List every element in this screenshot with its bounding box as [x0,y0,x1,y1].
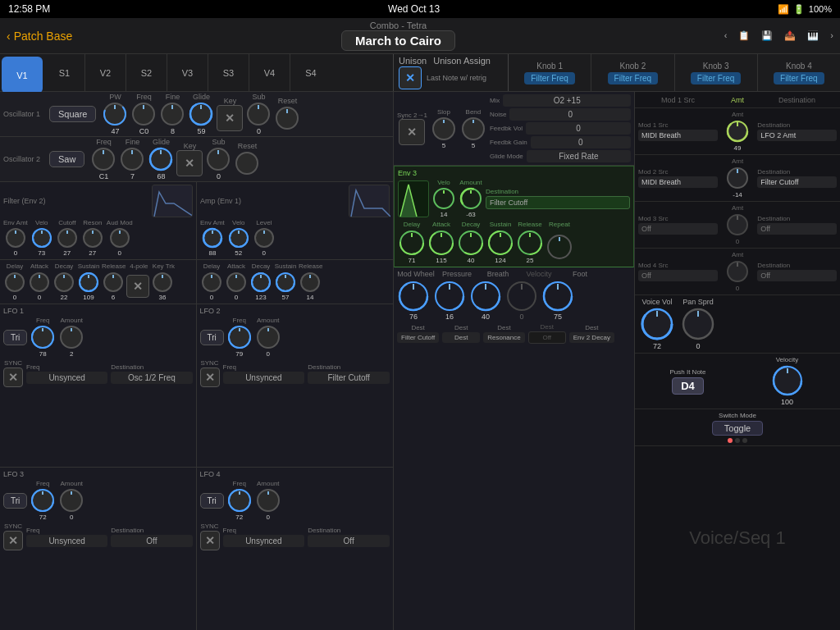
tab-s3[interactable]: S3 [208,54,249,91]
velocity-knob[interactable] [771,364,804,397]
osc1-glide-knob[interactable] [188,101,214,127]
lfo4-type-btn[interactable]: Tri [200,493,224,509]
mod1-src-val[interactable]: MIDI Breath [638,130,718,141]
filter-env-amt-knob[interactable] [4,226,27,249]
tab-v3[interactable]: V3 [167,54,208,91]
foot-dest[interactable]: Env 2 Decay [569,332,614,343]
mod4-dest-val[interactable]: Off [757,270,837,281]
osc2-glide-knob[interactable] [148,146,174,172]
amp-decay-knob[interactable] [249,271,272,294]
tab-v1[interactable]: V1 [2,57,43,94]
mod3-dest-val[interactable]: Off [757,223,837,235]
osc1-reset-knob[interactable] [274,105,300,131]
osc1-sub-knob[interactable] [245,101,272,127]
osc1-freq-knob[interactable] [130,101,157,127]
env3-delay-knob[interactable] [398,229,426,257]
lfo4-freq2-val[interactable]: Unsynced [223,535,305,547]
env3-release-knob[interactable] [516,229,544,257]
amp-velo-knob[interactable] [227,226,250,249]
tab-v2[interactable]: V2 [85,54,126,91]
lfo2-amount-knob[interactable] [255,324,281,350]
lfo4-sync-btn[interactable]: ✕ [200,531,220,550]
env3-repeat-knob[interactable] [546,233,573,261]
osc2-type-btn[interactable]: Saw [49,151,84,167]
osc1-fine-knob[interactable] [159,101,185,127]
osc2-fine-knob[interactable] [119,146,145,172]
filter-4pole-btn[interactable]: ✕ [126,275,149,298]
back-button[interactable]: ‹ Patch Base [7,30,72,43]
lfo1-amount-knob[interactable] [58,324,84,350]
lfo1-freq2-val[interactable]: Unsynced [26,372,107,384]
amp-delay-knob[interactable] [200,271,223,294]
lfo3-freq2-val[interactable]: Unsynced [26,535,107,547]
tab-v4[interactable]: V4 [249,54,290,91]
lfo3-dest-val[interactable]: Off [111,535,192,547]
velocity-knob[interactable] [505,280,538,313]
switch-mode-val[interactable]: Toggle [712,421,763,436]
amp-level-knob[interactable] [253,226,276,249]
env3-dest[interactable]: Filter Cutoff [486,196,630,209]
bend-knob[interactable] [460,116,486,142]
mod1-dest-val[interactable]: LFO 2 Amt [757,130,837,141]
mod2-amt-knob[interactable] [725,166,750,190]
knob3-value[interactable]: Filter Freq [691,72,742,84]
sync21-btn[interactable]: ✕ [399,119,425,145]
env3-sustain-knob[interactable] [486,229,514,257]
lfo3-freq-knob[interactable] [30,487,56,514]
amp-sustain-knob[interactable] [274,271,297,294]
lfo2-freq-knob[interactable] [226,324,253,350]
knob4-value[interactable]: Filter Freq [774,72,824,84]
lfo1-sync-btn[interactable]: ✕ [3,368,23,387]
tab-s2[interactable]: S2 [126,54,167,91]
lfo4-amount-knob[interactable] [255,487,281,514]
tab-s1[interactable]: S1 [44,54,85,91]
amp-release-knob[interactable] [299,271,322,294]
filter-cutoff-knob[interactable] [56,226,79,249]
push-it-note-val[interactable]: D4 [672,377,704,395]
lfo2-sync-btn[interactable]: ✕ [200,368,220,387]
env3-attack-knob[interactable] [427,229,455,257]
tab-s4[interactable]: S4 [290,54,331,91]
noise-value[interactable]: 0 [509,108,631,121]
osc2-sub-knob[interactable] [205,146,231,172]
filter-key-trk-knob[interactable] [151,271,174,294]
filter-reson-knob[interactable] [81,226,104,249]
mod4-amt-knob[interactable] [725,259,750,284]
filter-delay-knob[interactable] [3,271,26,294]
feedbk-vol[interactable]: 0 [526,122,631,135]
osc1-pw-knob[interactable] [102,101,128,127]
filter-release-knob[interactable] [102,271,125,294]
unison-toggle[interactable]: ✕ [399,66,422,89]
lfo1-freq-knob[interactable] [30,324,56,350]
env3-amount-knob[interactable] [459,186,483,211]
pressure-dest[interactable]: Dest [442,332,480,343]
filter-sustain-knob[interactable] [77,271,100,294]
lfo1-type-btn[interactable]: Tri [3,330,27,345]
osc2-reset-knob[interactable] [234,150,260,176]
glide-mode[interactable]: Fixed Rate [527,150,631,162]
breath-dest[interactable]: Resonance [483,332,524,343]
voice-vol-knob[interactable] [640,307,674,341]
osc1-key-btn[interactable]: ✕ [217,105,243,131]
lfo4-dest-val[interactable]: Off [308,535,390,547]
velocity-dest[interactable]: Off [528,331,566,344]
nav-next-icon[interactable]: › [830,30,833,41]
lfo1-dest-val[interactable]: Osc 1/2 Freq [111,372,192,384]
lfo3-amount-knob[interactable] [58,487,84,514]
lfo2-freq2-val[interactable]: Unsynced [223,372,305,384]
mod3-amt-knob[interactable] [725,212,750,237]
filter-velo-knob[interactable] [30,226,53,249]
nav-clipboard-icon[interactable]: 📋 [738,30,750,41]
pressure-knob[interactable] [433,280,466,313]
mod2-dest-val[interactable]: Filter Cutoff [757,176,837,188]
mix-value[interactable]: O2 +15 [503,94,631,107]
filter-aud-mod-knob[interactable] [108,226,131,249]
nav-save-icon[interactable]: 💾 [761,30,773,41]
mod2-src-val[interactable]: MIDI Breath [638,176,718,188]
slop-knob[interactable] [431,116,457,142]
osc1-type-btn[interactable]: Square [49,106,96,122]
lfo4-freq-knob[interactable] [226,487,253,514]
env3-velo-knob[interactable] [431,186,456,211]
filter-attack-knob[interactable] [28,271,51,294]
pan-sprd-knob[interactable] [681,307,715,341]
